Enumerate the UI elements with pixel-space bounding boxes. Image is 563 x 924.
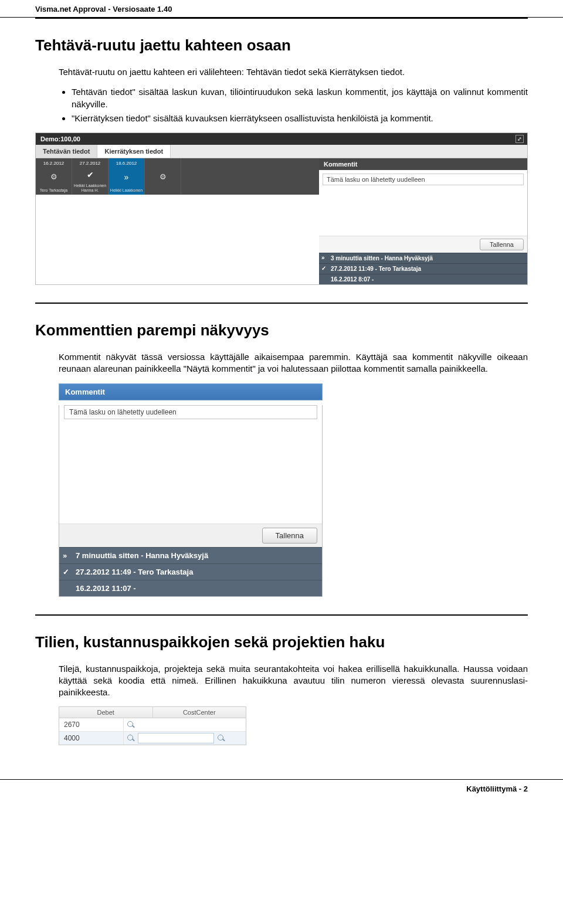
wf-name: Heikki Laakkonen Hanna H.: [73, 184, 107, 192]
section2-title: Kommenttien parempi näkyvyys: [35, 321, 528, 339]
tab-kierratyksen-tiedot[interactable]: Kierrätyksen tiedot: [97, 145, 171, 158]
wf-name: Heikki Laakkonen: [110, 188, 143, 192]
wf-date: 16.2.2012: [43, 161, 65, 166]
debet-value: 2670: [59, 718, 124, 731]
costcenter-input[interactable]: [138, 733, 214, 743]
check-icon: ✓: [321, 265, 326, 271]
history-text: 7 minuuttia sitten - Hanna Hyväksyjä: [76, 551, 208, 560]
workflow-step-1[interactable]: 16.2.2012 Tero Tarkastaja: [36, 158, 72, 195]
gear-icon: [50, 172, 57, 181]
wf-date: 18.6.2012: [116, 161, 137, 166]
history-row[interactable]: » 7 minuuttia sitten - Hanna Hyväksyjä: [59, 547, 322, 563]
section1-title: Tehtävä-ruutu jaettu kahteen osaan: [35, 36, 528, 55]
workflow-step-2[interactable]: 27.2.2012 ✔ Heikki Laakkonen Hanna H.: [72, 158, 108, 195]
check-icon: ✓: [63, 568, 69, 576]
save-button[interactable]: Tallenna: [262, 528, 317, 543]
comment-history: » 3 minuuttia sitten - Hanna Hyväksyjä ✓…: [319, 253, 527, 284]
expand-icon[interactable]: ⤢: [515, 135, 524, 143]
screenshot-task-panel: Demo:100,00 ⤢ Tehtävän tiedot Kierrätyks…: [35, 133, 528, 285]
comment-history: » 7 minuuttia sitten - Hanna Hyväksyjä ✓…: [59, 547, 322, 596]
section3-title: Tilien, kustannuspaikkojen sekä projekti…: [35, 633, 528, 651]
check-icon: ✔: [87, 170, 94, 179]
history-row[interactable]: 16.2.2012 11:07 -: [59, 580, 322, 596]
history-row[interactable]: ✓ 27.2.2012 11:49 - Tero Tarkastaja: [319, 263, 527, 274]
comment-input[interactable]: Tämä lasku on lähetetty uudelleen: [64, 405, 317, 419]
rule-top: [35, 18, 528, 19]
forward-icon: »: [124, 172, 129, 182]
section1-intro: Tehtävät-ruutu on jaettu kahteen eri väl…: [59, 66, 528, 78]
save-button[interactable]: Tallenna: [480, 239, 524, 250]
tab-tehtavan-tiedot[interactable]: Tehtävän tiedot: [36, 145, 97, 158]
history-text: 3 minuuttia sitten - Hanna Hyväksyjä: [331, 255, 433, 261]
screenshot-account-search: Debet CostCenter 2670 4000: [59, 706, 246, 745]
section3-text: Tilejä, kustannuspaikkoja, projekteja se…: [59, 663, 528, 699]
gear-icon: [160, 172, 167, 181]
comments-header: Kommentit: [319, 158, 527, 170]
comments-header: Kommentit: [59, 383, 323, 400]
debet-value: 4000: [59, 732, 124, 745]
history-text: 16.2.2012 11:07 -: [76, 584, 136, 593]
table-row: 2670: [59, 718, 246, 732]
task-title-bar: Demo:100,00 ⤢: [36, 133, 527, 145]
magnifier-icon[interactable]: [126, 733, 135, 743]
history-text: 27.2.2012 11:49 - Tero Tarkastaja: [331, 266, 421, 272]
history-row[interactable]: ✓ 27.2.2012 11:49 - Tero Tarkastaja: [59, 563, 322, 580]
forward-icon: »: [321, 254, 325, 261]
workflow-step-4[interactable]: [145, 158, 181, 195]
history-text: 16.2.2012 8:07 -: [331, 276, 374, 283]
magnifier-icon[interactable]: [126, 720, 135, 729]
screenshot-comments-panel: Kommentit Tämä lasku on lähetetty uudell…: [59, 383, 323, 597]
table-row: 4000: [59, 732, 246, 745]
forward-icon: »: [63, 551, 67, 560]
bullet-2: "Kierrätyksen tiedot" sisältää kuvauksen…: [72, 113, 528, 124]
workflow-step-3[interactable]: 18.6.2012 » Heikki Laakkonen: [108, 158, 145, 195]
col-debet: Debet: [59, 707, 153, 718]
history-text: 27.2.2012 11:49 - Tero Tarkastaja: [76, 568, 193, 576]
task-tabs: Tehtävän tiedot Kierrätyksen tiedot: [36, 145, 527, 158]
col-costcenter: CostCenter: [153, 707, 246, 718]
table-header-row: Debet CostCenter: [59, 707, 246, 718]
rule-mid: [35, 303, 528, 304]
wf-date: 27.2.2012: [80, 161, 101, 166]
doc-header: Visma.net Approval - Versiosaate 1.40: [0, 0, 563, 18]
history-row[interactable]: 16.2.2012 8:07 -: [319, 274, 527, 284]
section2-text: Kommentit näkyvät tässä versiossa käyttä…: [59, 351, 528, 375]
history-row[interactable]: » 3 minuuttia sitten - Hanna Hyväksyjä: [319, 253, 527, 263]
comment-input[interactable]: Tämä lasku on lähetetty uudelleen: [323, 174, 524, 185]
rule-mid-2: [35, 614, 528, 616]
page-footer: Käyttöliittymä - 2: [0, 779, 563, 805]
bullet-1: Tehtävän tiedot" sisältää laskun kuvan, …: [72, 86, 528, 110]
task-title-text: Demo:100,00: [40, 135, 80, 142]
section1-bullets: Tehtävän tiedot" sisältää laskun kuvan, …: [59, 86, 528, 124]
wf-name: Tero Tarkastaja: [40, 188, 67, 192]
magnifier-icon[interactable]: [216, 733, 226, 743]
workflow-strip: 16.2.2012 Tero Tarkastaja 27.2.2012 ✔ He…: [36, 158, 319, 195]
